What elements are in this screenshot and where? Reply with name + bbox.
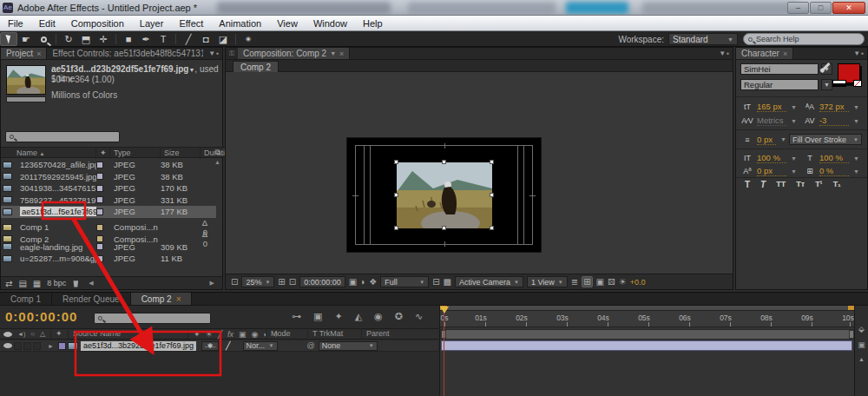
help-search-input[interactable]	[756, 35, 852, 43]
timeline-track-area[interactable]: 0s 01s 02s 03s 04s 05s 06s 07s 08s 09s 1…	[439, 306, 854, 396]
mini-flowchart-icon[interactable]: ▣	[596, 277, 604, 287]
selection-handle[interactable]	[490, 160, 494, 164]
composition-mini-flowchart-icon[interactable]: ⊶	[292, 311, 301, 322]
camera-dropdown[interactable]: Active Camera▼	[455, 276, 523, 287]
eagle-layer-image[interactable]	[397, 162, 492, 228]
quality-switch-icon[interactable]: ╱	[218, 330, 222, 339]
motion-blur-switch-icon[interactable]: ◉	[252, 330, 259, 339]
menu-layer[interactable]: Layer	[132, 16, 172, 31]
region-of-interest-icon[interactable]: ⊡	[289, 277, 296, 287]
label-chip[interactable]	[96, 196, 103, 203]
menu-edit[interactable]: Edit	[31, 16, 63, 31]
tab-character[interactable]: Character×	[736, 48, 793, 59]
selection-handle[interactable]	[442, 226, 446, 230]
tsume-value[interactable]: 0 %	[819, 166, 849, 176]
menu-animation[interactable]: Animation	[211, 16, 269, 31]
label-chip[interactable]	[96, 208, 103, 215]
lock-column-icon[interactable]: △	[40, 330, 45, 338]
solo-column-icon[interactable]: ○	[30, 330, 35, 338]
selection-handle[interactable]	[394, 193, 398, 197]
source-name-column[interactable]: Source Name	[68, 328, 187, 340]
layer-expand-icon[interactable]: ►	[48, 343, 54, 349]
tab-render-queue[interactable]: Render Queue	[52, 293, 131, 305]
project-search-box[interactable]	[5, 131, 120, 142]
tab-composition[interactable]: Composition: Comp 2 ▼ ×	[238, 48, 350, 59]
label-chip[interactable]	[96, 185, 103, 192]
column-type[interactable]: Type	[110, 148, 161, 159]
font-family-dropdown[interactable]: SimHei	[740, 63, 819, 75]
layer-mode-dropdown[interactable]: Nor...▼	[243, 341, 278, 351]
no-stroke-swatch[interactable]	[853, 80, 862, 87]
project-row[interactable]: Comp 1 Composi...nΔ 0	[1, 218, 216, 230]
thumbnail-scrub-bar[interactable]	[6, 96, 46, 102]
type-tool-icon[interactable]: T	[155, 32, 172, 46]
all-caps-button[interactable]: TT	[776, 180, 786, 189]
layer-source-name[interactable]: ae51f3d...3b292df5e1fe7f69.jpg	[81, 341, 196, 351]
tab-project[interactable]: Project×	[1, 48, 47, 59]
font-style-dropdown[interactable]: Regular	[740, 79, 819, 90]
faux-bold-button[interactable]: T	[745, 180, 750, 189]
scroll-up-icon[interactable]: ▲	[858, 356, 865, 362]
selection-handle[interactable]	[490, 193, 494, 197]
panel-menu-icon[interactable]: ▼▪	[719, 50, 730, 57]
playhead[interactable]	[440, 307, 450, 316]
grid-guides-icon[interactable]: ⊞	[278, 277, 285, 287]
layer-visibility-icon[interactable]	[3, 343, 12, 348]
shy-layers-icon[interactable]: ✦	[334, 311, 342, 322]
marker-bin-icon[interactable]: ⬙	[858, 325, 865, 333]
workspace-dropdown[interactable]: Standard ▼	[668, 33, 738, 45]
project-search-input[interactable]	[16, 133, 103, 142]
label-chip[interactable]	[96, 243, 103, 250]
parent-pickwhip-icon[interactable]: @	[307, 341, 315, 350]
rotate-tool-icon[interactable]: ↻	[60, 32, 77, 46]
chevron-down-icon[interactable]: ▼	[853, 155, 859, 162]
label-column-icon[interactable]: ✦	[50, 328, 68, 340]
menu-help[interactable]: Help	[355, 16, 391, 31]
comp-flowchart-icon[interactable]: ⊞	[582, 276, 592, 287]
project-row[interactable]: 7589227...453278195_2.jpg JPEG331 KB	[1, 195, 216, 207]
chevron-down-icon[interactable]: ▼	[791, 155, 797, 162]
parent-column[interactable]: Parent	[361, 328, 434, 340]
layer-switches-chip[interactable]: -✱-	[201, 341, 219, 351]
magnification-dropdown[interactable]: 25%▼	[241, 276, 274, 287]
channels-icon[interactable]: ❖	[369, 277, 377, 287]
bit-depth-label[interactable]: 8 bpc	[47, 279, 66, 287]
chevron-down-icon[interactable]: ▼	[853, 118, 859, 124]
panel-menu-icon[interactable]: ▼▪	[853, 50, 865, 57]
selection-handle[interactable]	[442, 160, 446, 164]
selection-tool-icon[interactable]	[0, 32, 17, 46]
project-row[interactable]: u=25287...m=908&gp=0.jpg JPEG11 KB	[1, 253, 216, 265]
new-composition-icon[interactable]: ▦	[33, 279, 41, 288]
subscript-button[interactable]: T₁	[833, 180, 841, 189]
horizontal-scrollbar[interactable]: ◀ ▶	[85, 280, 218, 287]
maximize-button[interactable]: □	[810, 2, 832, 14]
chevron-down-icon[interactable]: ▼	[791, 168, 797, 175]
lock-icon[interactable]: ⚿	[226, 48, 238, 59]
fast-preview-icon[interactable]: ⊟	[432, 277, 439, 287]
view-layout-dropdown[interactable]: 1 View▼	[527, 276, 568, 287]
shy-switch-icon[interactable]: ✦	[194, 330, 201, 339]
chevron-down-icon[interactable]: ▼	[780, 136, 786, 142]
menu-file[interactable]: File	[0, 16, 31, 31]
stroke-width-value[interactable]: 0 px	[757, 135, 776, 145]
comp-button-icon[interactable]: ▣	[858, 340, 865, 349]
draft-3d-icon[interactable]: ▣	[313, 311, 322, 322]
frame-blend-switch-icon[interactable]: ▣	[239, 330, 247, 339]
small-caps-button[interactable]: Tᴛ	[796, 180, 805, 189]
mode-column[interactable]: Mode	[266, 328, 307, 340]
baseline-shift-value[interactable]: 0 px	[757, 166, 786, 176]
chevron-down-icon[interactable]: ▼	[791, 118, 797, 124]
project-row-selected[interactable]: ae51f3d...f5e1fe7f69.jpg JPEG177 KB	[1, 206, 216, 218]
label-chip[interactable]	[96, 162, 103, 168]
layer-label-chip[interactable]	[58, 342, 66, 350]
panel-menu-icon[interactable]: ▼▪	[208, 50, 220, 57]
graph-editor-icon[interactable]: ∿	[415, 311, 423, 322]
chevron-down-icon[interactable]: ▼	[821, 79, 832, 90]
current-time-field[interactable]: 0:00:00:00	[5, 309, 77, 324]
close-icon[interactable]: ×	[339, 48, 344, 60]
layer-parent-dropdown[interactable]: None▼	[319, 341, 378, 351]
eraser-tool-icon[interactable]: ◪	[214, 32, 232, 46]
label-chip[interactable]	[96, 255, 103, 262]
column-size[interactable]: Size	[161, 148, 201, 159]
menu-composition[interactable]: Composition	[63, 16, 132, 31]
